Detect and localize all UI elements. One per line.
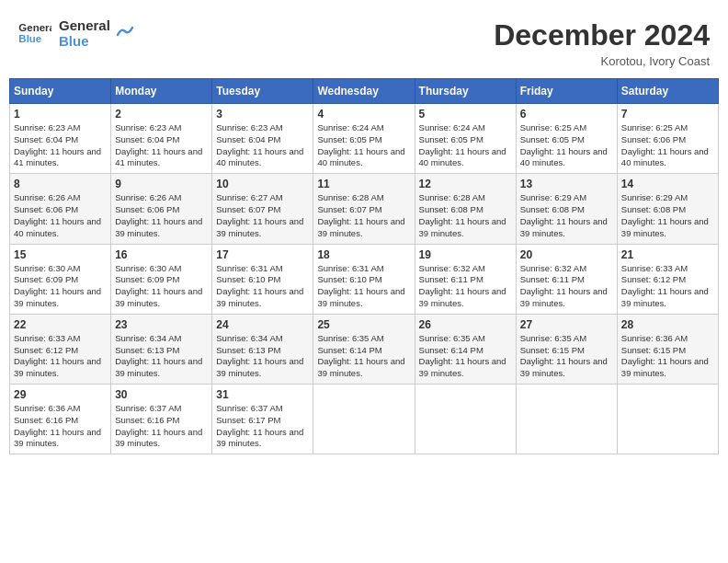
day-info: Sunrise: 6:29 AMSunset: 6:08 PMDaylight:… xyxy=(621,192,714,239)
calendar-week-row: 22Sunrise: 6:33 AMSunset: 6:12 PMDayligh… xyxy=(10,314,719,384)
day-info: Sunrise: 6:28 AMSunset: 6:07 PMDaylight:… xyxy=(317,192,410,239)
svg-text:General: General xyxy=(18,22,51,33)
calendar-day-cell: 24Sunrise: 6:34 AMSunset: 6:13 PMDayligh… xyxy=(212,314,313,384)
weekday-header-row: SundayMondayTuesdayWednesdayThursdayFrid… xyxy=(10,79,719,104)
calendar-table: SundayMondayTuesdayWednesdayThursdayFrid… xyxy=(9,78,719,454)
day-number: 13 xyxy=(520,178,613,190)
day-number: 31 xyxy=(216,388,309,401)
page-header: General Blue General Blue December 2024 … xyxy=(9,9,719,73)
day-number: 23 xyxy=(115,318,208,331)
day-info: Sunrise: 6:33 AMSunset: 6:12 PMDaylight:… xyxy=(621,263,714,310)
day-number: 1 xyxy=(14,108,107,121)
calendar-day-cell xyxy=(313,385,415,454)
day-number: 18 xyxy=(317,248,410,261)
calendar-day-cell: 12Sunrise: 6:28 AMSunset: 6:08 PMDayligh… xyxy=(415,174,516,244)
calendar-day-cell: 23Sunrise: 6:34 AMSunset: 6:13 PMDayligh… xyxy=(111,314,212,384)
day-number: 27 xyxy=(520,318,613,331)
calendar-day-cell: 8Sunrise: 6:26 AMSunset: 6:06 PMDaylight… xyxy=(10,174,111,244)
day-number: 5 xyxy=(419,108,512,121)
calendar-day-cell: 9Sunrise: 6:26 AMSunset: 6:06 PMDaylight… xyxy=(111,174,212,244)
calendar-day-cell: 31Sunrise: 6:37 AMSunset: 6:17 PMDayligh… xyxy=(212,385,313,454)
calendar-day-cell xyxy=(516,385,617,454)
weekday-header-cell: Tuesday xyxy=(212,79,313,104)
day-info: Sunrise: 6:34 AMSunset: 6:13 PMDaylight:… xyxy=(216,333,309,380)
day-number: 9 xyxy=(115,178,208,190)
day-info: Sunrise: 6:35 AMSunset: 6:14 PMDaylight:… xyxy=(317,333,410,380)
calendar-day-cell: 6Sunrise: 6:25 AMSunset: 6:05 PMDaylight… xyxy=(516,104,617,174)
calendar-day-cell: 15Sunrise: 6:30 AMSunset: 6:09 PMDayligh… xyxy=(10,244,111,314)
day-number: 8 xyxy=(14,178,107,190)
calendar-day-cell: 4Sunrise: 6:24 AMSunset: 6:05 PMDaylight… xyxy=(313,104,415,174)
day-info: Sunrise: 6:30 AMSunset: 6:09 PMDaylight:… xyxy=(14,263,107,310)
day-number: 30 xyxy=(115,388,208,401)
day-number: 16 xyxy=(115,248,208,261)
day-number: 28 xyxy=(621,318,714,331)
day-info: Sunrise: 6:36 AMSunset: 6:15 PMDaylight:… xyxy=(621,333,714,380)
weekday-header-cell: Monday xyxy=(111,79,212,104)
day-number: 20 xyxy=(520,248,613,261)
day-info: Sunrise: 6:31 AMSunset: 6:10 PMDaylight:… xyxy=(317,263,410,310)
day-info: Sunrise: 6:25 AMSunset: 6:05 PMDaylight:… xyxy=(520,122,613,169)
day-info: Sunrise: 6:37 AMSunset: 6:16 PMDaylight:… xyxy=(115,403,208,450)
day-info: Sunrise: 6:26 AMSunset: 6:06 PMDaylight:… xyxy=(115,192,208,239)
day-number: 10 xyxy=(216,178,309,190)
logo-blue: Blue xyxy=(59,34,110,50)
day-info: Sunrise: 6:23 AMSunset: 6:04 PMDaylight:… xyxy=(14,122,107,169)
calendar-day-cell: 3Sunrise: 6:23 AMSunset: 6:04 PMDaylight… xyxy=(212,104,313,174)
day-number: 22 xyxy=(14,318,107,331)
weekday-header-cell: Saturday xyxy=(617,79,718,104)
day-info: Sunrise: 6:31 AMSunset: 6:10 PMDaylight:… xyxy=(216,263,309,310)
day-info: Sunrise: 6:24 AMSunset: 6:05 PMDaylight:… xyxy=(317,122,410,169)
calendar-day-cell: 30Sunrise: 6:37 AMSunset: 6:16 PMDayligh… xyxy=(111,385,212,454)
weekday-header-cell: Friday xyxy=(516,79,617,104)
day-info: Sunrise: 6:35 AMSunset: 6:14 PMDaylight:… xyxy=(419,333,512,380)
calendar-day-cell: 14Sunrise: 6:29 AMSunset: 6:08 PMDayligh… xyxy=(617,174,718,244)
calendar-day-cell: 13Sunrise: 6:29 AMSunset: 6:08 PMDayligh… xyxy=(516,174,617,244)
calendar-week-row: 8Sunrise: 6:26 AMSunset: 6:06 PMDaylight… xyxy=(10,174,719,244)
calendar-day-cell: 7Sunrise: 6:25 AMSunset: 6:06 PMDaylight… xyxy=(617,104,718,174)
day-number: 12 xyxy=(419,178,512,190)
day-info: Sunrise: 6:36 AMSunset: 6:16 PMDaylight:… xyxy=(14,403,107,450)
day-number: 25 xyxy=(317,318,410,331)
logo-icon: General Blue xyxy=(18,20,51,48)
day-info: Sunrise: 6:34 AMSunset: 6:13 PMDaylight:… xyxy=(115,333,208,380)
day-info: Sunrise: 6:32 AMSunset: 6:11 PMDaylight:… xyxy=(520,263,613,310)
calendar-day-cell: 19Sunrise: 6:32 AMSunset: 6:11 PMDayligh… xyxy=(415,244,516,314)
weekday-header-cell: Thursday xyxy=(415,79,516,104)
day-number: 3 xyxy=(216,108,309,121)
day-number: 24 xyxy=(216,318,309,331)
logo: General Blue General Blue xyxy=(18,18,136,49)
calendar-day-cell: 11Sunrise: 6:28 AMSunset: 6:07 PMDayligh… xyxy=(313,174,415,244)
day-info: Sunrise: 6:23 AMSunset: 6:04 PMDaylight:… xyxy=(216,122,309,169)
day-number: 6 xyxy=(520,108,613,121)
calendar-day-cell: 2Sunrise: 6:23 AMSunset: 6:04 PMDaylight… xyxy=(111,104,212,174)
day-info: Sunrise: 6:29 AMSunset: 6:08 PMDaylight:… xyxy=(520,192,613,239)
day-info: Sunrise: 6:37 AMSunset: 6:17 PMDaylight:… xyxy=(216,403,309,450)
day-number: 29 xyxy=(14,388,107,401)
calendar-day-cell xyxy=(617,385,718,454)
day-info: Sunrise: 6:30 AMSunset: 6:09 PMDaylight:… xyxy=(115,263,208,310)
calendar-day-cell: 5Sunrise: 6:24 AMSunset: 6:05 PMDaylight… xyxy=(415,104,516,174)
day-number: 4 xyxy=(317,108,410,121)
calendar-day-cell: 25Sunrise: 6:35 AMSunset: 6:14 PMDayligh… xyxy=(313,314,415,384)
calendar-day-cell: 17Sunrise: 6:31 AMSunset: 6:10 PMDayligh… xyxy=(212,244,313,314)
day-number: 7 xyxy=(621,108,714,121)
month-title: December 2024 xyxy=(494,18,710,52)
day-number: 14 xyxy=(621,178,714,190)
calendar-day-cell xyxy=(415,385,516,454)
calendar-day-cell: 1Sunrise: 6:23 AMSunset: 6:04 PMDaylight… xyxy=(10,104,111,174)
calendar-week-row: 29Sunrise: 6:36 AMSunset: 6:16 PMDayligh… xyxy=(10,385,719,454)
title-block: December 2024 Korotou, Ivory Coast xyxy=(494,18,710,68)
weekday-header-cell: Sunday xyxy=(10,79,111,104)
calendar-day-cell: 27Sunrise: 6:35 AMSunset: 6:15 PMDayligh… xyxy=(516,314,617,384)
calendar-week-row: 15Sunrise: 6:30 AMSunset: 6:09 PMDayligh… xyxy=(10,244,719,314)
day-number: 11 xyxy=(317,178,410,190)
day-info: Sunrise: 6:27 AMSunset: 6:07 PMDaylight:… xyxy=(216,192,309,239)
calendar-day-cell: 20Sunrise: 6:32 AMSunset: 6:11 PMDayligh… xyxy=(516,244,617,314)
calendar-day-cell: 18Sunrise: 6:31 AMSunset: 6:10 PMDayligh… xyxy=(313,244,415,314)
calendar-day-cell: 29Sunrise: 6:36 AMSunset: 6:16 PMDayligh… xyxy=(10,385,111,454)
location-subtitle: Korotou, Ivory Coast xyxy=(494,54,710,68)
calendar-day-cell: 22Sunrise: 6:33 AMSunset: 6:12 PMDayligh… xyxy=(10,314,111,384)
calendar-day-cell: 10Sunrise: 6:27 AMSunset: 6:07 PMDayligh… xyxy=(212,174,313,244)
day-number: 21 xyxy=(621,248,714,261)
